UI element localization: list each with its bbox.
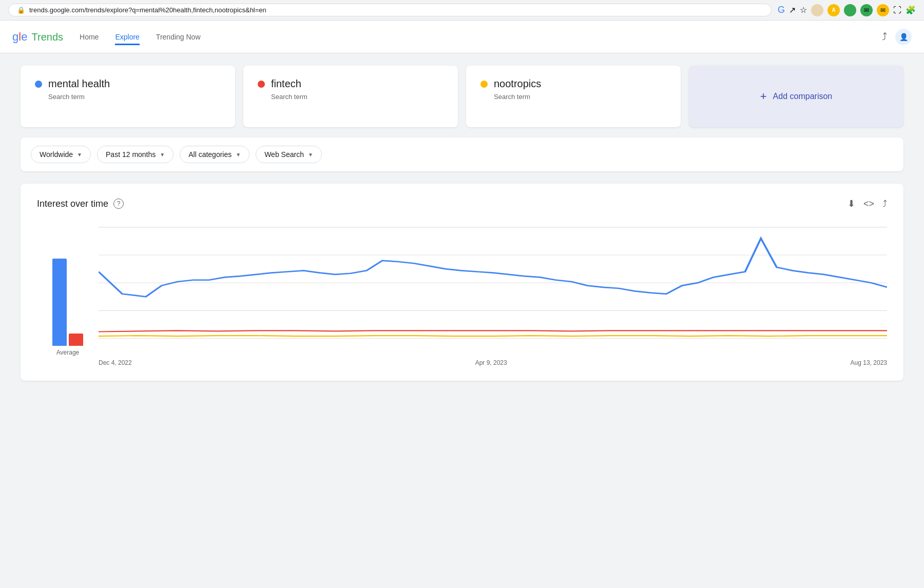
trends-header: gle Trends Home Explore Trending Now ⤴ 👤 (0, 21, 924, 53)
trends-logo: gle Trends (12, 30, 63, 44)
search-card-mental-health-header: mental health (35, 78, 221, 90)
share-icon[interactable]: ↗ (789, 5, 796, 15)
x-label-1: Apr 9, 2023 (475, 359, 507, 366)
chart-title-text: Interest over time (37, 199, 108, 209)
category-chevron: ▼ (236, 152, 241, 158)
region-label: Worldwide (40, 150, 73, 159)
search-card-fintech-header: fintech (258, 78, 444, 90)
time-chevron: ▼ (160, 152, 165, 158)
chart-header: Interest over time ? ⬇ <> ⤴ (37, 198, 887, 209)
dot-blue-mental-health (35, 81, 42, 88)
nootropics-type: Search term (494, 93, 666, 101)
x-axis-labels: Dec 4, 2022 Apr 9, 2023 Aug 13, 2023 (99, 357, 887, 366)
time-label: Past 12 months (106, 150, 156, 159)
lock-icon: 🔒 (17, 6, 25, 14)
avg-label: Average (56, 349, 79, 356)
x-label-2: Aug 13, 2023 (851, 359, 887, 366)
search-cards-row: mental health Search term fintech Search… (21, 66, 903, 127)
fintech-term: fintech (271, 78, 301, 90)
browser-chrome: 🔒 trends.google.com/trends/explore?q=men… (0, 0, 924, 21)
url-bar[interactable]: 🔒 trends.google.com/trends/explore?q=men… (8, 4, 772, 16)
chart-title-group: Interest over time ? (37, 199, 124, 209)
main-nav: Home Explore Trending Now (80, 29, 200, 45)
search-card-mental-health: mental health Search term (21, 66, 235, 127)
add-comparison-text: Add comparison (773, 92, 833, 101)
fintech-type: Search term (271, 93, 444, 101)
search-type-chevron: ▼ (308, 152, 313, 158)
region-chevron: ▼ (77, 152, 82, 158)
fullscreen-icon[interactable]: ⛶ (893, 6, 901, 15)
region-filter[interactable]: Worldwide ▼ (31, 146, 91, 163)
chart-actions: ⬇ <> ⤴ (848, 198, 887, 209)
search-card-fintech: fintech Search term (243, 66, 458, 127)
nav-explore[interactable]: Explore (115, 29, 139, 45)
browser-toolbar-icons: G ↗ ☆ A ✉ ✉ ⛶ 🧩 (778, 4, 916, 16)
extension-icon-3 (844, 4, 856, 16)
mental-health-term: mental health (48, 78, 110, 90)
nootropics-term: nootropics (494, 78, 541, 90)
main-content: mental health Search term fintech Search… (0, 53, 924, 393)
category-filter[interactable]: All categories ▼ (180, 146, 249, 163)
header-right: ⤴ 👤 (882, 29, 912, 45)
trends-logo-text: Trends (32, 31, 64, 43)
avg-bar-red (69, 334, 83, 346)
x-label-0: Dec 4, 2022 (99, 359, 132, 366)
puzzle-icon[interactable]: 🧩 (906, 5, 916, 15)
extension-icon-4: ✉ (860, 4, 873, 16)
extension-icon-5: ✉ (877, 4, 889, 16)
mental-health-type: Search term (48, 93, 221, 101)
time-filter[interactable]: Past 12 months ▼ (97, 146, 174, 163)
help-icon[interactable]: ? (113, 199, 124, 209)
search-type-label: Web Search (264, 150, 304, 159)
chart-area: Average 100 75 50 25 (37, 222, 887, 366)
search-card-nootropics-header: nootropics (480, 78, 666, 90)
search-type-filter[interactable]: Web Search ▼ (256, 146, 322, 163)
download-icon[interactable]: ⬇ (848, 198, 855, 209)
google-icon: G (778, 5, 785, 15)
dot-yellow-nootropics (480, 81, 488, 88)
star-icon[interactable]: ☆ (800, 5, 807, 15)
profile-avatar[interactable]: 👤 (895, 29, 912, 45)
line-chart-section: 100 75 50 25 Dec 4, 2022 Apr 9, 2023 Aug… (99, 222, 887, 366)
category-label: All categories (188, 150, 232, 159)
url-text: trends.google.com/trends/explore?q=menta… (29, 6, 266, 14)
nav-trending[interactable]: Trending Now (156, 29, 201, 45)
nav-home[interactable]: Home (80, 29, 99, 45)
filters-row: Worldwide ▼ Past 12 months ▼ All categor… (21, 138, 903, 171)
extension-icon-2: A (827, 4, 840, 16)
interest-over-time-chart: Interest over time ? ⬇ <> ⤴ Average (21, 184, 903, 381)
embed-icon[interactable]: <> (863, 199, 874, 209)
search-card-nootropics: nootropics Search term (466, 66, 681, 127)
extension-icon-1 (811, 4, 823, 16)
dot-red-fintech (258, 81, 265, 88)
plus-icon: + (760, 90, 767, 103)
avg-bars (52, 243, 83, 346)
line-chart-svg: 100 75 50 25 (99, 222, 887, 355)
avg-bar-section: Average (37, 222, 99, 366)
share-header-icon[interactable]: ⤴ (882, 31, 887, 43)
share-chart-icon[interactable]: ⤴ (882, 199, 887, 209)
avg-bar-blue (52, 259, 67, 346)
add-comparison-card[interactable]: + Add comparison (689, 66, 903, 127)
